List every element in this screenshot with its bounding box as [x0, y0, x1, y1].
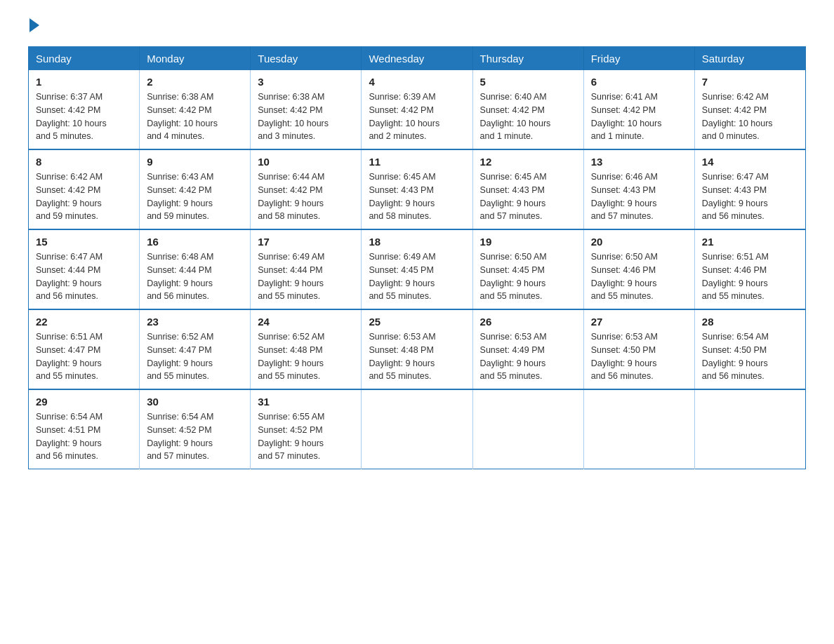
- day-info: Sunrise: 6:46 AMSunset: 4:43 PMDaylight:…: [591, 170, 687, 223]
- day-number: 15: [36, 236, 132, 248]
- day-info: Sunrise: 6:51 AMSunset: 4:46 PMDaylight:…: [702, 250, 798, 303]
- calendar-cell: 9Sunrise: 6:43 AMSunset: 4:42 PMDaylight…: [140, 149, 251, 229]
- day-number: 23: [147, 316, 243, 328]
- logo-triangle-icon: [29, 18, 39, 32]
- weekday-header-monday: Monday: [140, 47, 251, 71]
- day-info: Sunrise: 6:38 AMSunset: 4:42 PMDaylight:…: [258, 90, 354, 143]
- day-info: Sunrise: 6:48 AMSunset: 4:44 PMDaylight:…: [147, 250, 243, 303]
- calendar-cell: 12Sunrise: 6:45 AMSunset: 4:43 PMDayligh…: [472, 149, 583, 229]
- day-number: 2: [147, 76, 243, 88]
- calendar-cell: 21Sunrise: 6:51 AMSunset: 4:46 PMDayligh…: [694, 229, 805, 309]
- calendar-week-row: 8Sunrise: 6:42 AMSunset: 4:42 PMDaylight…: [29, 149, 806, 229]
- calendar-cell: 17Sunrise: 6:49 AMSunset: 4:44 PMDayligh…: [251, 229, 362, 309]
- day-info: Sunrise: 6:49 AMSunset: 4:45 PMDaylight:…: [369, 250, 465, 303]
- day-info: Sunrise: 6:50 AMSunset: 4:45 PMDaylight:…: [480, 250, 576, 303]
- calendar-cell: 11Sunrise: 6:45 AMSunset: 4:43 PMDayligh…: [362, 149, 472, 229]
- day-number: 7: [702, 76, 798, 88]
- day-number: 26: [480, 316, 576, 328]
- day-info: Sunrise: 6:40 AMSunset: 4:42 PMDaylight:…: [480, 90, 576, 143]
- day-info: Sunrise: 6:41 AMSunset: 4:42 PMDaylight:…: [591, 90, 687, 143]
- day-number: 13: [591, 156, 687, 168]
- day-number: 20: [591, 236, 687, 248]
- day-number: 4: [369, 76, 465, 88]
- calendar-cell: 30Sunrise: 6:54 AMSunset: 4:52 PMDayligh…: [140, 389, 251, 469]
- calendar-cell: 5Sunrise: 6:40 AMSunset: 4:42 PMDaylight…: [472, 70, 583, 149]
- calendar-cell: [583, 389, 694, 469]
- calendar-cell: 28Sunrise: 6:54 AMSunset: 4:50 PMDayligh…: [694, 309, 805, 389]
- day-info: Sunrise: 6:47 AMSunset: 4:44 PMDaylight:…: [36, 250, 132, 303]
- day-number: 30: [147, 396, 243, 408]
- weekday-header-thursday: Thursday: [472, 47, 583, 71]
- calendar-cell: 14Sunrise: 6:47 AMSunset: 4:43 PMDayligh…: [694, 149, 805, 229]
- day-info: Sunrise: 6:53 AMSunset: 4:48 PMDaylight:…: [369, 330, 465, 383]
- calendar-cell: [472, 389, 583, 469]
- calendar-cell: 10Sunrise: 6:44 AMSunset: 4:42 PMDayligh…: [251, 149, 362, 229]
- calendar-cell: 27Sunrise: 6:53 AMSunset: 4:50 PMDayligh…: [583, 309, 694, 389]
- logo: [28, 21, 39, 32]
- day-info: Sunrise: 6:54 AMSunset: 4:52 PMDaylight:…: [147, 410, 243, 463]
- day-number: 11: [369, 156, 465, 168]
- calendar-cell: 20Sunrise: 6:50 AMSunset: 4:46 PMDayligh…: [583, 229, 694, 309]
- day-number: 8: [36, 156, 132, 168]
- day-info: Sunrise: 6:55 AMSunset: 4:52 PMDaylight:…: [258, 410, 354, 463]
- calendar-cell: 7Sunrise: 6:42 AMSunset: 4:42 PMDaylight…: [694, 70, 805, 149]
- day-info: Sunrise: 6:39 AMSunset: 4:42 PMDaylight:…: [369, 90, 465, 143]
- calendar-cell: 25Sunrise: 6:53 AMSunset: 4:48 PMDayligh…: [362, 309, 472, 389]
- day-info: Sunrise: 6:45 AMSunset: 4:43 PMDaylight:…: [369, 170, 465, 223]
- day-info: Sunrise: 6:43 AMSunset: 4:42 PMDaylight:…: [147, 170, 243, 223]
- calendar-cell: 18Sunrise: 6:49 AMSunset: 4:45 PMDayligh…: [362, 229, 472, 309]
- day-info: Sunrise: 6:45 AMSunset: 4:43 PMDaylight:…: [480, 170, 576, 223]
- calendar-week-row: 22Sunrise: 6:51 AMSunset: 4:47 PMDayligh…: [29, 309, 806, 389]
- day-number: 3: [258, 76, 354, 88]
- day-number: 16: [147, 236, 243, 248]
- day-number: 31: [258, 396, 354, 408]
- day-info: Sunrise: 6:52 AMSunset: 4:48 PMDaylight:…: [258, 330, 354, 383]
- weekday-header-friday: Friday: [583, 47, 694, 71]
- calendar-week-row: 1Sunrise: 6:37 AMSunset: 4:42 PMDaylight…: [29, 70, 806, 149]
- weekday-header-saturday: Saturday: [694, 47, 805, 71]
- day-info: Sunrise: 6:53 AMSunset: 4:49 PMDaylight:…: [480, 330, 576, 383]
- day-number: 5: [480, 76, 576, 88]
- day-number: 29: [36, 396, 132, 408]
- calendar-cell: 31Sunrise: 6:55 AMSunset: 4:52 PMDayligh…: [251, 389, 362, 469]
- calendar-table: SundayMondayTuesdayWednesdayThursdayFrid…: [28, 46, 806, 469]
- day-number: 1: [36, 76, 132, 88]
- calendar-cell: 22Sunrise: 6:51 AMSunset: 4:47 PMDayligh…: [29, 309, 140, 389]
- calendar-cell: 15Sunrise: 6:47 AMSunset: 4:44 PMDayligh…: [29, 229, 140, 309]
- day-info: Sunrise: 6:54 AMSunset: 4:51 PMDaylight:…: [36, 410, 132, 463]
- page-header: [28, 21, 806, 32]
- calendar-cell: 4Sunrise: 6:39 AMSunset: 4:42 PMDaylight…: [362, 70, 472, 149]
- calendar-cell: 3Sunrise: 6:38 AMSunset: 4:42 PMDaylight…: [251, 70, 362, 149]
- day-number: 18: [369, 236, 465, 248]
- day-number: 9: [147, 156, 243, 168]
- calendar-cell: 2Sunrise: 6:38 AMSunset: 4:42 PMDaylight…: [140, 70, 251, 149]
- day-number: 22: [36, 316, 132, 328]
- day-number: 24: [258, 316, 354, 328]
- calendar-cell: 8Sunrise: 6:42 AMSunset: 4:42 PMDaylight…: [29, 149, 140, 229]
- calendar-week-row: 29Sunrise: 6:54 AMSunset: 4:51 PMDayligh…: [29, 389, 806, 469]
- calendar-cell: 16Sunrise: 6:48 AMSunset: 4:44 PMDayligh…: [140, 229, 251, 309]
- calendar-cell: 6Sunrise: 6:41 AMSunset: 4:42 PMDaylight…: [583, 70, 694, 149]
- weekday-header-sunday: Sunday: [29, 47, 140, 71]
- calendar-cell: [362, 389, 472, 469]
- day-number: 28: [702, 316, 798, 328]
- day-number: 10: [258, 156, 354, 168]
- day-info: Sunrise: 6:37 AMSunset: 4:42 PMDaylight:…: [36, 90, 132, 143]
- day-info: Sunrise: 6:42 AMSunset: 4:42 PMDaylight:…: [36, 170, 132, 223]
- calendar-cell: 24Sunrise: 6:52 AMSunset: 4:48 PMDayligh…: [251, 309, 362, 389]
- day-number: 12: [480, 156, 576, 168]
- day-info: Sunrise: 6:38 AMSunset: 4:42 PMDaylight:…: [147, 90, 243, 143]
- calendar-cell: 13Sunrise: 6:46 AMSunset: 4:43 PMDayligh…: [583, 149, 694, 229]
- day-number: 6: [591, 76, 687, 88]
- day-number: 19: [480, 236, 576, 248]
- day-info: Sunrise: 6:49 AMSunset: 4:44 PMDaylight:…: [258, 250, 354, 303]
- day-number: 21: [702, 236, 798, 248]
- day-number: 14: [702, 156, 798, 168]
- day-info: Sunrise: 6:47 AMSunset: 4:43 PMDaylight:…: [702, 170, 798, 223]
- day-info: Sunrise: 6:53 AMSunset: 4:50 PMDaylight:…: [591, 330, 687, 383]
- day-number: 27: [591, 316, 687, 328]
- calendar-cell: 23Sunrise: 6:52 AMSunset: 4:47 PMDayligh…: [140, 309, 251, 389]
- weekday-header-wednesday: Wednesday: [362, 47, 472, 71]
- weekday-header-row: SundayMondayTuesdayWednesdayThursdayFrid…: [29, 47, 806, 71]
- calendar-cell: 1Sunrise: 6:37 AMSunset: 4:42 PMDaylight…: [29, 70, 140, 149]
